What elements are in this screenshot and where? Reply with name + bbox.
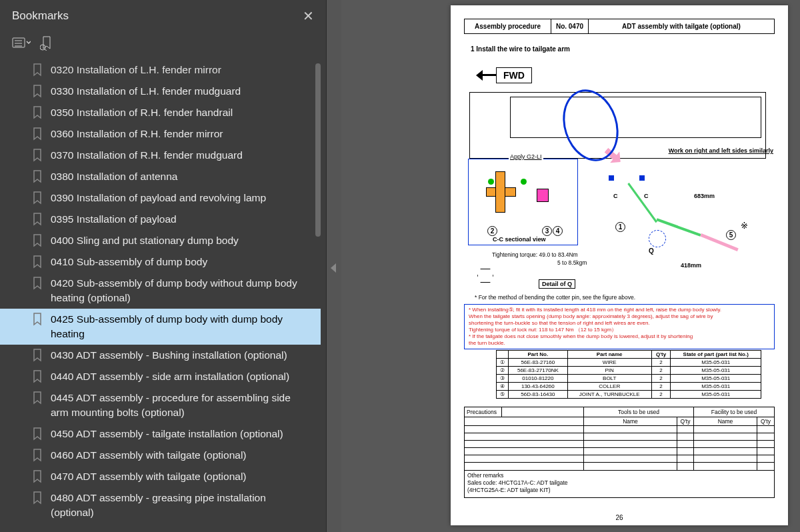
installation-warning: * When installing⑤, fit it with its inst… [464,304,775,349]
bookmarks-panel: Bookmarks ✕ 0320 Installation of L.H. fe… [0,0,327,532]
torque-text-2: 5 to 8.5kgm [557,259,587,266]
bookmark-item[interactable]: 0360 Installation of R.H. fender mirror [0,123,321,145]
cc-section-inset: Apply G2-LI 2 34 C-C sectional view [468,159,578,245]
bookmark-label: 0320 Installation of L.H. fender mirror [51,63,314,77]
bookmark-item[interactable]: 0410 Sub-assembly of dump body [0,251,321,273]
bookmark-item[interactable]: 0320 Installation of L.H. fender mirror [0,63,321,81]
bookmark-label: 0480 ADT assembly - greasing pipe instal… [51,491,314,520]
scrollbar-thumb[interactable] [315,63,321,237]
step-1-label: 1 Install the wire to tailgate arm [471,45,570,53]
bookmark-item[interactable]: 0380 Installation of antenna [0,166,321,187]
bookmark-item[interactable]: 0370 Installation of R.H. fender mudguar… [0,145,321,166]
bookmark-item[interactable]: 0420 Sub-assembly of dump body without d… [0,273,321,309]
find-bookmark-icon[interactable] [40,36,53,53]
pdf-page: Assembly procedure No. 0470 ADT assembly… [451,5,788,525]
cc-section-label: C-C sectional view [493,236,546,243]
bottom-info-grid: Precautions Tools to be used Facility to… [464,407,775,498]
bookmark-item[interactable]: 0430 ADT assembly - Bushing installation… [0,345,321,366]
bookmark-label: 0380 Installation of antenna [51,169,314,184]
bookmark-item[interactable]: 0425 Sub-assembly of dump body with dump… [0,309,321,345]
apply-label: Apply G2-LI [509,153,543,160]
fwd-label: FWD [496,67,532,83]
bookmark-item[interactable]: 0470 ADT assembly with tailgate (optiona… [0,466,321,487]
header-number: No. 0470 [551,19,589,33]
remarks-line-1: Sales code: 4HCTG17A-C: ADT tailgate [467,479,771,487]
bookmark-label: 0425 Sub-assembly of dump body with dump… [51,312,314,341]
bookmark-icon [32,449,44,462]
callout-2: 2 [487,226,497,236]
name-col-2: Name [694,417,757,425]
bookmark-icon [32,149,44,162]
bookmark-icon [32,191,44,205]
tools-label: Tools to be used [584,407,694,417]
bookmark-icon [32,391,44,405]
bookmark-item[interactable]: 0330 Installation of L.H. fender mudguar… [0,81,321,102]
bookmark-label: 0430 ADT assembly - Bushing installation… [51,348,314,363]
bookmark-label: 0370 Installation of R.H. fender mudguar… [51,148,314,163]
bookmark-list: 0320 Installation of L.H. fender mirror0… [0,63,321,532]
bookmark-item[interactable]: 0350 Installation of R.H. fender handrai… [0,102,321,123]
hex-nut-icon [477,269,493,283]
page-header-table: Assembly procedure No. 0470 ADT assembly… [464,19,775,34]
bookmark-item[interactable]: 0445 ADT assembly - procedure for assemb… [0,387,321,423]
bookmark-label: 0460 ADT assembly with tailgate (optiona… [51,448,314,463]
bookmark-icon [32,370,44,383]
document-viewport[interactable]: Assembly procedure No. 0470 ADT assembly… [341,0,800,532]
bookmark-icon [32,277,44,290]
bookmark-icon [32,491,44,505]
parts-table: Part No.Part nameQ'tyState of part (part… [496,350,761,399]
label-c1: C [613,193,618,199]
panel-collapse-handle[interactable] [327,0,341,532]
bookmark-item[interactable]: 0395 Installation of payload [0,209,321,230]
bookmark-label: 0330 Installation of L.H. fender mudguar… [51,84,314,99]
list-options-icon[interactable] [12,37,31,52]
bookmark-item[interactable]: 0400 Sling and put stationary dump body [0,230,321,251]
svg-line-5 [45,49,47,51]
bookmark-label: 0470 ADT assembly with tailgate (optiona… [51,469,314,484]
bookmark-label: 0360 Installation of R.H. fender mirror [51,127,314,141]
other-remarks-title: Other remarks [467,472,771,479]
collapse-arrow-icon [331,263,336,273]
bookmark-icon [32,127,44,141]
close-icon[interactable]: ✕ [303,8,314,24]
bookmark-icon [32,85,44,98]
remarks-line-2: (4HCTG25A-E: ADT tailgate KIT) [467,487,771,494]
bookmark-icon [32,63,44,77]
bookmark-item[interactable]: 0450 ADT assembly - tailgate installatio… [0,423,321,445]
bookmark-label: 0390 Installation of payload and revolvi… [51,191,314,205]
right-detail-diagram: C C 683mm 1 5 ※ Q 418mm [601,162,773,289]
facility-label: Facility to be used [694,407,774,417]
bookmark-label: 0450 ADT assembly - tailgate installatio… [51,427,314,441]
qty-col-2: Q'ty [757,417,774,425]
label-q: Q [649,247,654,255]
bookmark-item[interactable]: 0440 ADT assembly - side arm installatio… [0,366,321,387]
bookmark-label: 0410 Sub-assembly of dump body [51,255,314,269]
bookmark-item[interactable]: 0460 ADT assembly with tailgate (optiona… [0,445,321,466]
name-col-1: Name [584,417,677,425]
callout-5: 5 [726,230,736,240]
bookmark-icon [32,213,44,226]
bookmark-icon [32,255,44,269]
work-note: Work on right and left sides similarly [669,147,773,154]
bookmark-label: 0440 ADT assembly - side arm installatio… [51,369,314,384]
method-note: * For the method of bending the cotter p… [475,294,635,301]
bookmark-label: 0445 ADT assembly - procedure for assemb… [51,391,314,420]
bookmark-icon [32,234,44,247]
bookmark-label: 0395 Installation of payload [51,212,314,227]
detail-q-label: Detail of Q [539,279,575,289]
bookmark-icon [32,427,44,441]
panel-title: Bookmarks [12,9,69,23]
bookmark-item[interactable]: 0480 ADT assembly - greasing pipe instal… [0,487,321,523]
q-dashed-circle [649,230,666,247]
bookmark-icon [32,349,44,362]
callout-4: 4 [553,226,563,236]
dim-418: 418mm [681,262,701,269]
bookmark-icon [32,313,44,326]
label-c2: C [644,193,649,199]
dim-683: 683mm [694,193,715,199]
page-number: 26 [451,514,788,521]
asterisk-symbol: ※ [741,221,748,231]
bookmark-icon [32,106,44,119]
bookmark-item[interactable]: 0390 Installation of payload and revolvi… [0,187,321,209]
torque-text-1: Tightening torque: 49.0 to 83.4Nm [492,251,578,258]
